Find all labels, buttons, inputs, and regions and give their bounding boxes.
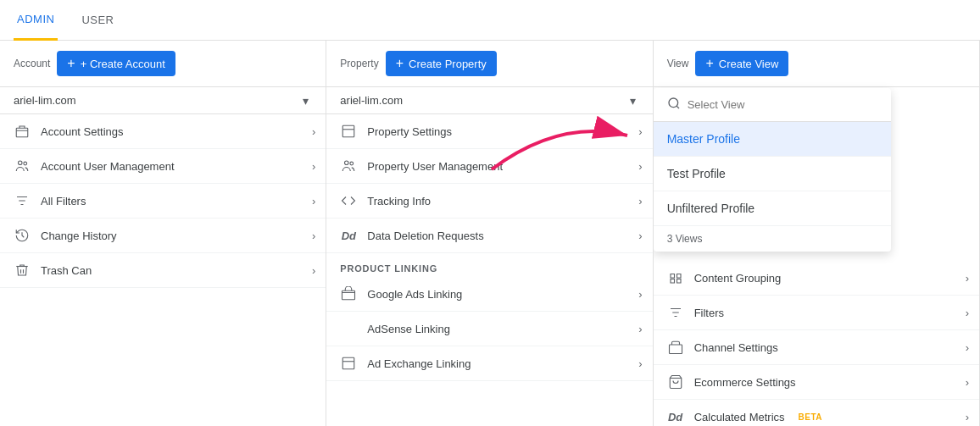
property-settings-arrow: ›: [638, 125, 642, 138]
google-ads-arrow: ›: [638, 288, 642, 301]
trash-can-item[interactable]: Trash Can ›: [0, 253, 326, 288]
filter-icon: [14, 192, 31, 209]
grouping-icon: [667, 269, 684, 286]
account-settings-arrow: ›: [312, 125, 315, 138]
master-profile-option[interactable]: Master Profile: [654, 122, 891, 157]
top-navigation: ADMIN USER: [0, 0, 980, 41]
adsense-linking-item[interactable]: AdSense Linking ›: [326, 312, 652, 346]
history-icon: [14, 227, 31, 244]
calculated-metrics-item[interactable]: Dd Calculated Metrics BETA ›: [654, 400, 979, 426]
ad-exchange-icon: [340, 355, 357, 372]
ad-exchange-linking-label: Ad Exchange Linking: [367, 357, 471, 370]
property-dropdown-arrow: ▾: [630, 94, 636, 108]
select-view-input[interactable]: [688, 98, 877, 111]
account-settings-item[interactable]: Account Settings ›: [0, 114, 326, 149]
svg-rect-4: [343, 125, 355, 137]
unfiltered-profile-option[interactable]: Unfiltered Profile: [654, 191, 891, 226]
svg-line-12: [677, 106, 679, 108]
property-user-management-item[interactable]: Property User Management ›: [326, 149, 652, 184]
account-user-management-label: Account User Management: [41, 160, 175, 173]
dropdown-footer: 3 Views: [654, 226, 891, 252]
property-header: Property + Create Property: [326, 41, 652, 87]
change-history-item[interactable]: Change History ›: [0, 219, 326, 253]
create-view-button[interactable]: + Create View: [695, 51, 788, 76]
google-ads-linking-label: Google Ads Linking: [367, 288, 462, 301]
content-grouping-label: Content Grouping: [694, 272, 782, 285]
svg-point-11: [669, 98, 678, 108]
view-column: View + Create View Master Profile Test P…: [654, 41, 980, 426]
dd-property-icon: Dd: [340, 227, 357, 244]
property-select-wrapper[interactable]: ariel-lim.com ▾: [326, 87, 652, 114]
channel-icon: [667, 339, 684, 356]
view-dropdown-popup: Master Profile Test Profile Unfiltered P…: [654, 88, 891, 252]
all-filters-item[interactable]: All Filters ›: [0, 184, 326, 219]
search-icon: [667, 97, 681, 113]
adsense-linking-label: AdSense Linking: [367, 323, 450, 335]
filters-item[interactable]: Filters ›: [654, 296, 979, 330]
svg-rect-8: [342, 290, 355, 300]
property-user-management-arrow: ›: [638, 160, 642, 173]
property-selected-value: ariel-lim.com: [340, 94, 403, 107]
data-deletion-label: Data Deletion Requests: [367, 230, 483, 242]
account-user-management-item[interactable]: Account User Management ›: [0, 149, 326, 184]
adsense-arrow: ›: [638, 323, 642, 335]
building-icon: [14, 123, 31, 140]
content-grouping-arrow: ›: [966, 272, 969, 285]
tracking-info-arrow: ›: [638, 195, 642, 207]
ecommerce-settings-arrow: ›: [966, 376, 969, 389]
account-header: Account + + Create Account: [0, 41, 326, 87]
content-grouping-item[interactable]: Content Grouping ›: [654, 261, 979, 296]
calculated-metrics-icon: Dd: [667, 408, 684, 425]
account-column: Account + + Create Account ariel-lim.com…: [0, 41, 326, 426]
account-label: Account: [14, 58, 50, 69]
change-history-arrow: ›: [312, 230, 315, 242]
ad-exchange-arrow: ›: [638, 357, 642, 370]
channel-settings-item[interactable]: Channel Settings ›: [654, 330, 979, 365]
data-deletion-item[interactable]: Dd Data Deletion Requests ›: [326, 219, 652, 253]
admin-nav-item[interactable]: ADMIN: [14, 0, 58, 41]
tracking-info-item[interactable]: Tracking Info ›: [326, 184, 652, 219]
account-dropdown-arrow: ▾: [303, 94, 309, 108]
channel-settings-label: Channel Settings: [694, 341, 778, 354]
property-user-management-label: Property User Management: [367, 160, 503, 173]
create-property-button[interactable]: + Create Property: [386, 51, 497, 76]
all-filters-label: All Filters: [41, 195, 86, 207]
property-settings-icon: [340, 123, 357, 140]
ad-exchange-linking-item[interactable]: Ad Exchange Linking ›: [326, 346, 652, 381]
view-filter-icon: [667, 304, 684, 321]
property-settings-label: Property Settings: [367, 125, 452, 138]
account-user-management-arrow: ›: [312, 160, 315, 173]
property-menu-list: Property Settings › Property User Manage…: [326, 114, 652, 426]
change-history-label: Change History: [41, 230, 117, 242]
svg-point-3: [24, 162, 27, 165]
trash-icon: [14, 262, 31, 279]
view-label: View: [667, 58, 689, 69]
ecommerce-settings-label: Ecommerce Settings: [694, 376, 796, 389]
ecommerce-settings-item[interactable]: Ecommerce Settings ›: [654, 365, 979, 400]
ecommerce-icon: [667, 373, 684, 390]
property-settings-item[interactable]: Property Settings ›: [326, 114, 652, 149]
data-deletion-arrow: ›: [638, 230, 642, 242]
property-column: Property + Create Property ariel-lim.com…: [326, 41, 653, 426]
code-icon: [340, 192, 357, 209]
create-account-button[interactable]: + + Create Account: [57, 51, 175, 76]
dropdown-search-row[interactable]: [654, 88, 891, 122]
user-nav-item[interactable]: USER: [78, 0, 117, 41]
property-label: Property: [340, 58, 378, 69]
channel-settings-arrow: ›: [966, 341, 969, 354]
account-select-wrapper[interactable]: ariel-lim.com ▾: [0, 87, 326, 114]
adsense-icon: [340, 320, 357, 337]
view-header: View + Create View: [654, 41, 979, 87]
account-menu-list: Account Settings › Account User Manageme…: [0, 114, 326, 426]
google-ads-linking-item[interactable]: Google Ads Linking ›: [326, 277, 652, 312]
tracking-info-label: Tracking Info: [367, 195, 431, 207]
product-linking-header: PRODUCT LINKING: [326, 253, 652, 277]
svg-point-6: [345, 161, 349, 165]
svg-point-2: [19, 161, 23, 165]
view-menu-list: Content Grouping › Filters › Chann: [654, 261, 979, 426]
google-ads-icon: [340, 285, 357, 302]
calculated-metrics-arrow: ›: [966, 411, 969, 423]
users-icon: [14, 158, 31, 174]
test-profile-option[interactable]: Test Profile: [654, 157, 891, 191]
svg-point-7: [350, 162, 354, 165]
